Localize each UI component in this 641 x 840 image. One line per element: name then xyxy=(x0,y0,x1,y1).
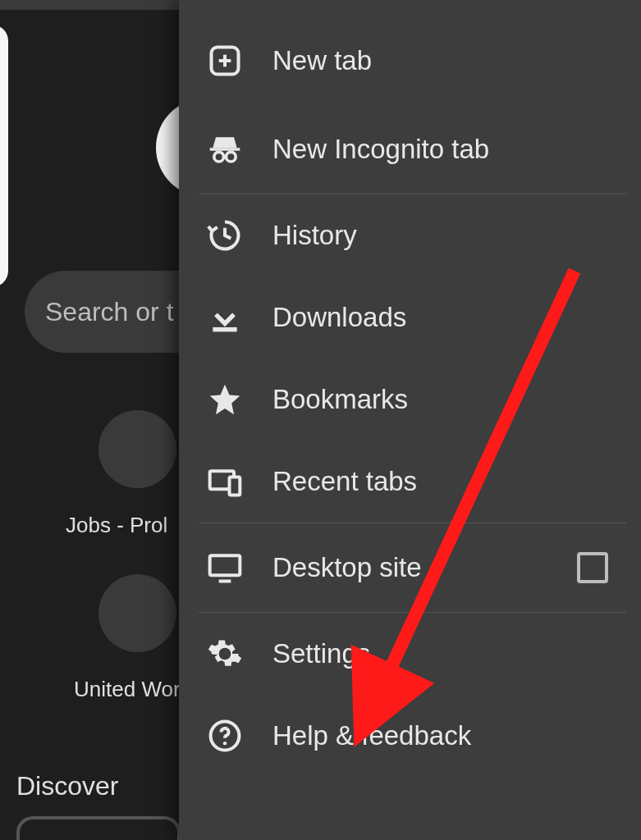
menu-item-help[interactable]: Help & feedback xyxy=(179,695,641,777)
search-placeholder: Search or t xyxy=(45,297,174,327)
status-bar xyxy=(0,0,197,10)
shortcut-tile[interactable] xyxy=(98,574,176,652)
plus-box-icon xyxy=(207,43,243,79)
desktop-site-checkbox[interactable] xyxy=(577,552,608,583)
gear-icon xyxy=(207,636,243,672)
menu-item-label: New Incognito tab xyxy=(272,134,641,165)
discover-card xyxy=(16,816,181,840)
discover-heading: Discover xyxy=(16,771,118,801)
menu-item-history[interactable]: History xyxy=(179,194,641,276)
menu-item-label: History xyxy=(272,220,641,251)
incognito-icon xyxy=(207,131,243,167)
menu-item-label: Desktop site xyxy=(272,552,577,583)
menu-item-label: New tab xyxy=(272,45,641,76)
menu-item-desktop-site[interactable]: Desktop site xyxy=(179,523,641,612)
star-icon xyxy=(207,381,243,418)
menu-item-new-tab[interactable]: New tab xyxy=(179,16,641,105)
menu-item-recent-tabs[interactable]: Recent tabs xyxy=(179,441,641,523)
help-icon xyxy=(207,718,243,754)
menu-item-incognito[interactable]: New Incognito tab xyxy=(179,105,641,194)
svg-point-14 xyxy=(223,742,227,745)
menu-item-label: Help & feedback xyxy=(272,720,641,751)
monitor-icon xyxy=(207,550,243,586)
overflow-menu: New tab New Incognito tab History Downlo… xyxy=(179,0,641,840)
svg-rect-10 xyxy=(230,477,240,495)
shortcut-tile[interactable] xyxy=(98,410,176,488)
history-icon xyxy=(207,217,243,253)
shortcut-label: Jobs - Prol xyxy=(66,513,167,538)
download-icon xyxy=(207,299,243,336)
menu-item-downloads[interactable]: Downloads xyxy=(179,276,641,358)
menu-item-label: Downloads xyxy=(272,302,641,333)
left-tab-shape xyxy=(0,25,8,287)
svg-point-4 xyxy=(214,152,224,162)
menu-item-settings[interactable]: Settings xyxy=(179,613,641,695)
devices-icon xyxy=(207,463,243,500)
svg-point-5 xyxy=(226,152,236,162)
menu-item-bookmarks[interactable]: Bookmarks xyxy=(179,358,641,441)
menu-item-label: Bookmarks xyxy=(272,384,641,415)
shortcut-label: United Wor xyxy=(74,677,181,702)
svg-rect-11 xyxy=(210,555,240,575)
menu-item-label: Recent tabs xyxy=(272,466,641,497)
menu-item-label: Settings xyxy=(272,638,641,669)
